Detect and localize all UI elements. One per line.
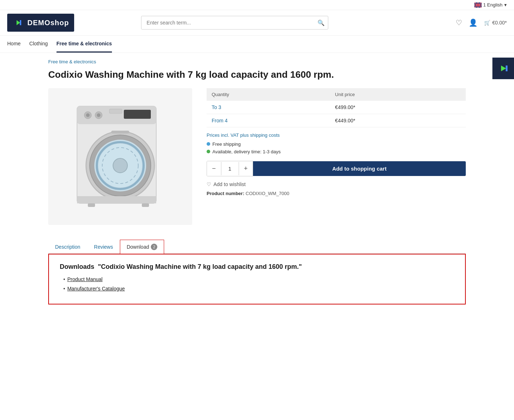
cart-amount: €0.00* [492,20,507,26]
tab-reviews[interactable]: Reviews [87,240,120,254]
search-bar: 🔍 [141,16,328,30]
download-item-1: Product Manual [63,276,454,282]
svg-rect-26 [111,131,129,134]
downloads-list: Product Manual Manufacturer's Catalogue [60,276,454,292]
language-label: 1 English [483,2,502,8]
qty-from4: From 4 [207,114,330,127]
price-header: Unit price [330,88,466,101]
download-item-2: Manufacturer's Catalogue [63,286,454,292]
svg-marker-31 [501,66,506,71]
chevron-down-icon: ▾ [504,2,507,8]
product-manual-link[interactable]: Product Manual [67,276,103,282]
svg-point-24 [113,158,127,173]
svg-rect-32 [506,66,508,71]
account-button[interactable]: 👤 [469,18,478,27]
free-shipping-row: Free shipping [207,141,466,147]
downloads-box: Downloads "Codixio Washing Machine with … [48,254,466,304]
tabs-nav: Description Reviews Download 2 [48,239,466,254]
tab-download[interactable]: Download 2 [120,240,164,254]
qty-header: Quantity [207,88,330,101]
product-layout: Quantity Unit price To 3 €499.00* From 4… [48,88,466,225]
svg-rect-11 [20,20,21,25]
free-shipping-label: Free shipping [212,141,241,147]
add-to-wishlist-button[interactable]: ♡ Add to wishlist [207,181,466,187]
svg-rect-27 [77,196,156,203]
product-info-panel: Quantity Unit price To 3 €499.00* From 4… [207,88,466,196]
tabs-section: Description Reviews Download 2 Downloads… [48,239,466,304]
downloads-title-prefix: Downloads [60,263,94,270]
product-image [48,88,192,225]
price-row-2: From 4 €449.00* [207,114,466,127]
svg-rect-29 [142,203,149,207]
tab-description[interactable]: Description [48,240,87,254]
flag-icon [474,3,482,8]
add-to-cart-row: − 1 + Add to shopping cart [207,161,466,176]
wishlist-button[interactable]: ♡ [456,18,462,27]
corner-logo [492,58,514,79]
downloads-product-name: "Codixio Washing Machine with 7 kg load … [98,263,302,270]
search-input[interactable] [141,16,328,30]
wishlist-label: Add to wishlist [213,181,245,187]
shipping-info: Free shipping Available, delivery time: … [207,141,466,154]
free-shipping-dot [207,142,210,146]
delivery-row: Available, delivery time: 1-3 days [207,149,466,154]
price-from4: €449.00* [330,114,466,127]
product-number-value: CODIXIO_WM_7000 [245,191,289,196]
wishlist-heart-icon: ♡ [207,181,211,187]
logo-text: DEMOshop [27,19,69,27]
header: DEMOshop 🔍 ♡ 👤 🛒 €0.00* [0,10,514,36]
page-content: Free time & electronics Codixio Washing … [41,53,473,310]
delivery-label: Available, delivery time: 1-3 days [212,149,281,154]
nav-item-free-time[interactable]: Free time & electronics [57,36,112,53]
svg-rect-30 [109,109,122,113]
qty-increase-button[interactable]: + [239,161,253,176]
cart-icon: 🛒 [484,20,490,26]
header-actions: ♡ 👤 🛒 €0.00* [456,18,507,27]
quantity-controls: − 1 + [207,161,253,176]
product-title: Codixio Washing Machine with 7 kg load c… [48,69,466,81]
qty-to3: To 3 [207,101,330,114]
washing-machine-svg [59,95,181,218]
add-to-cart-button[interactable]: Add to shopping cart [253,161,466,176]
downloads-title: Downloads "Codixio Washing Machine with … [60,263,454,271]
product-number-label: Product number: [207,191,244,196]
manufacturers-catalogue-link[interactable]: Manufacturer's Catalogue [67,286,125,292]
svg-rect-8 [478,3,478,8]
nav-item-clothing[interactable]: Clothing [29,36,48,53]
qty-decrease-button[interactable]: − [207,161,221,176]
breadcrumb[interactable]: Free time & electronics [48,59,96,64]
top-bar: 1 English ▾ [0,0,514,10]
price-row-1: To 3 €499.00* [207,101,466,114]
language-selector[interactable]: 1 English ▾ [474,2,507,8]
product-number: Product number: CODIXIO_WM_7000 [207,191,466,196]
quantity-value: 1 [221,162,239,175]
price-table: Quantity Unit price To 3 €499.00* From 4… [207,88,466,127]
logo[interactable]: DEMOshop [7,14,74,32]
search-button[interactable]: 🔍 [317,19,325,26]
svg-point-18 [97,113,100,117]
svg-rect-14 [124,110,151,119]
logo-icon [12,17,24,29]
svg-rect-28 [88,203,95,207]
cart-button[interactable]: 🛒 €0.00* [484,20,507,26]
svg-point-16 [86,113,90,117]
nav-item-home[interactable]: Home [7,36,21,53]
vat-info: Prices incl. VAT plus shipping costs [207,132,466,138]
main-nav: Home Clothing Free time & electronics [0,36,514,53]
corner-logo-icon [495,60,511,76]
available-dot [207,150,210,153]
download-badge: 2 [151,244,157,250]
price-to3: €499.00* [330,101,466,114]
